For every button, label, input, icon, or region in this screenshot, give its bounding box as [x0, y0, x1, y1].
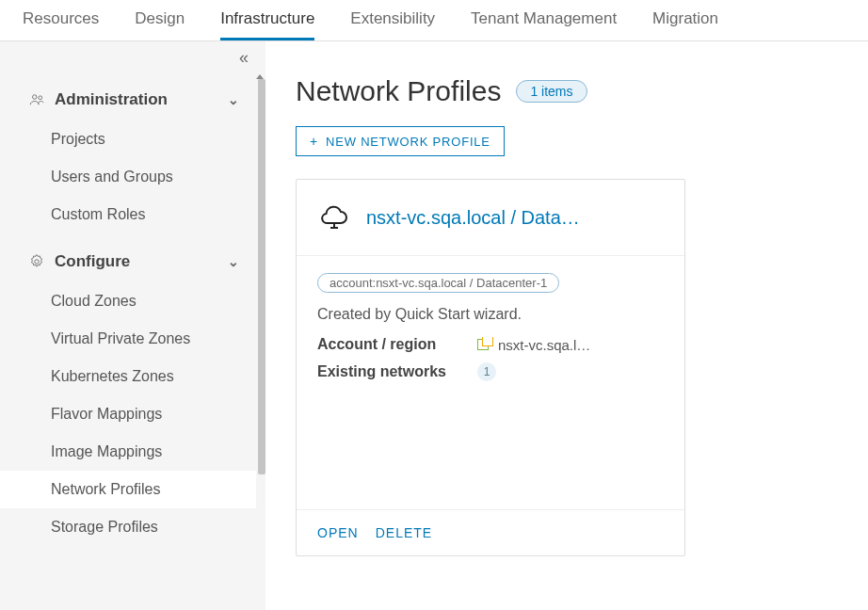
sidebar: « Administration ⌄ Projects Users and Gr… [0, 41, 265, 610]
sidebar-scrollbar-track[interactable] [256, 73, 265, 610]
sidebar-item-flavor-mappings[interactable]: Flavor Mappings [0, 395, 256, 433]
card-header: nsxt-vc.sqa.local / Data… [297, 180, 684, 256]
delete-button[interactable]: DELETE [376, 525, 432, 540]
account-region-value: nsxt-vc.sqa.l… [477, 337, 590, 353]
card-description: Created by Quick Start wizard. [317, 306, 664, 323]
sidebar-item-custom-roles[interactable]: Custom Roles [0, 196, 256, 233]
vsphere-icon [477, 337, 492, 352]
page-heading: Network Profiles 1 items [296, 75, 842, 107]
sidebar-item-cloud-zones[interactable]: Cloud Zones [0, 282, 256, 320]
tab-tenant-management[interactable]: Tenant Management [471, 0, 617, 40]
sidebar-item-image-mappings[interactable]: Image Mappings [0, 433, 256, 471]
item-count-badge: 1 items [516, 80, 587, 103]
content-area: Network Profiles 1 items + NEW NETWORK P… [265, 41, 868, 610]
cloud-icon [317, 201, 351, 234]
sidebar-item-projects[interactable]: Projects [0, 120, 256, 158]
gear-icon [28, 253, 45, 270]
sidebar-header-configure[interactable]: Configure ⌄ [0, 241, 256, 282]
sidebar-item-network-profiles[interactable]: Network Profiles [0, 471, 256, 508]
sidebar-scrollbar-thumb[interactable] [258, 79, 265, 474]
card-title-link[interactable]: nsxt-vc.sqa.local / Data… [366, 207, 580, 229]
svg-point-1 [39, 96, 42, 100]
tab-design[interactable]: Design [135, 0, 185, 40]
tab-migration[interactable]: Migration [652, 0, 718, 40]
sidebar-item-virtual-private-zones[interactable]: Virtual Private Zones [0, 320, 256, 358]
sidebar-item-storage-profiles[interactable]: Storage Profiles [0, 508, 256, 546]
account-region-text: nsxt-vc.sqa.l… [498, 337, 590, 353]
account-tag: account:nsxt-vc.sqa.local / Datacenter-1 [317, 273, 559, 293]
users-group-icon [28, 91, 45, 108]
tab-infrastructure[interactable]: Infrastructure [220, 0, 314, 40]
svg-point-0 [33, 95, 38, 100]
sidebar-item-users-groups[interactable]: Users and Groups [0, 158, 256, 196]
network-profile-card: nsxt-vc.sqa.local / Data… account:nsxt-v… [296, 179, 685, 556]
main-layout: « Administration ⌄ Projects Users and Gr… [0, 41, 868, 610]
open-button[interactable]: OPEN [317, 525, 359, 540]
chevron-down-icon: ⌄ [228, 254, 239, 269]
sidebar-header-label: Configure [55, 252, 130, 271]
sidebar-header-label: Administration [55, 90, 168, 109]
card-body: account:nsxt-vc.sqa.local / Datacenter-1… [297, 256, 684, 509]
top-tabs: Resources Design Infrastructure Extensib… [0, 0, 868, 41]
sidebar-header-administration[interactable]: Administration ⌄ [0, 79, 256, 120]
svg-point-2 [35, 260, 40, 265]
sidebar-item-kubernetes-zones[interactable]: Kubernetes Zones [0, 358, 256, 395]
page-title: Network Profiles [296, 75, 501, 107]
sidebar-collapse-button[interactable]: « [0, 41, 265, 73]
account-region-row: Account / region nsxt-vc.sqa.l… [317, 336, 664, 353]
existing-networks-label: Existing networks [317, 363, 477, 380]
existing-networks-count: 1 [477, 362, 496, 381]
new-network-profile-button[interactable]: + NEW NETWORK PROFILE [296, 126, 505, 156]
new-button-label: NEW NETWORK PROFILE [326, 135, 490, 149]
card-actions: OPEN DELETE [297, 509, 684, 555]
existing-networks-row: Existing networks 1 [317, 362, 664, 381]
plus-icon: + [310, 134, 318, 149]
chevron-down-icon: ⌄ [228, 92, 239, 107]
tab-extensibility[interactable]: Extensibility [350, 0, 435, 40]
account-region-label: Account / region [317, 336, 477, 353]
chevron-double-left-icon: « [239, 48, 249, 68]
tab-resources[interactable]: Resources [23, 0, 99, 40]
